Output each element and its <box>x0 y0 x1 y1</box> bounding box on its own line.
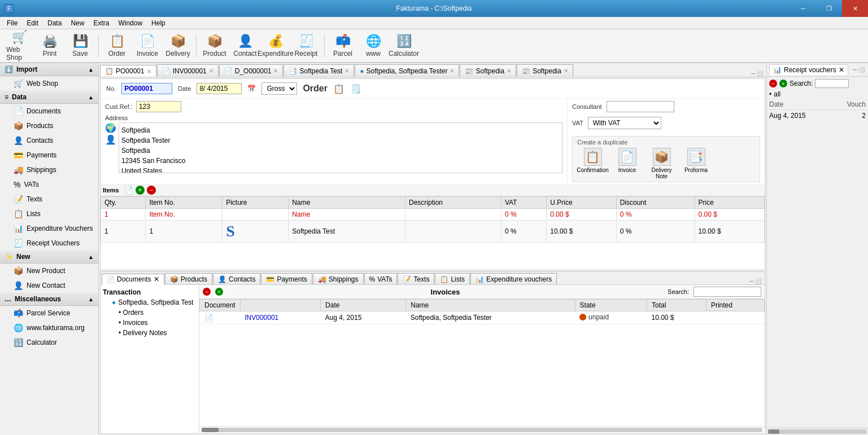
calendar-icon[interactable]: 📅 <box>247 85 256 93</box>
tab-do-close[interactable]: ✕ <box>273 68 278 74</box>
sidebar-item-expenditure-vouchers[interactable]: 📊 Expenditure Vouchers <box>0 221 98 236</box>
toolbar-invoice[interactable]: 📄 Invoice <box>133 31 162 60</box>
receipt-remove-btn[interactable]: − <box>769 80 777 87</box>
sidebar-item-documents[interactable]: 📄 Documents <box>0 104 98 118</box>
sidebar-item-receipt-vouchers[interactable]: 🧾 Receipt Vouchers <box>0 236 98 251</box>
tab-softpedia2[interactable]: 📰 Softpedia ✕ <box>517 64 573 77</box>
dup-delivery-btn[interactable]: 📦 Delivery Note <box>646 148 677 179</box>
receipt-row[interactable]: Aug 4, 2015 2 <box>769 111 866 120</box>
sidebar-item-vats[interactable]: % VATs <box>0 177 98 192</box>
custref-input[interactable] <box>136 101 181 112</box>
vat-select[interactable]: With VAT Without VAT Net <box>588 117 661 129</box>
table-row[interactable]: 1 Item No. Name 0 % 0.00 $ 0 % 0.00 $ <box>101 209 765 221</box>
receipt-vouchers-tab[interactable]: 📊 Receipt vouchers ✕ <box>769 64 848 75</box>
toolbar-webshop[interactable]: 🛒 Web Shop <box>5 31 34 60</box>
toolbar-parcel[interactable]: 📫 Parcel <box>328 31 357 60</box>
toolbar-contact[interactable]: 👤 Contact <box>230 31 260 60</box>
toolbar-order[interactable]: 📋 Order <box>102 31 132 60</box>
bottom-restore-icon[interactable]: ⬜ <box>754 278 761 284</box>
bottom-tab-docs-close[interactable]: ✕ <box>154 275 159 283</box>
bottom-tab-documents[interactable]: 📄 Documents ✕ <box>102 274 164 285</box>
receipt-add-btn[interactable]: + <box>779 80 787 87</box>
close-button[interactable]: ✕ <box>842 0 868 17</box>
bottom-tab-products[interactable]: 📦 Products <box>165 273 212 284</box>
tab-po00001-close[interactable]: ✕ <box>147 68 151 74</box>
dup-confirmation-btn[interactable]: 📋 Confirmation <box>577 148 608 179</box>
bottom-tab-vats[interactable]: % VATs <box>364 273 398 284</box>
bottom-minimize-icon[interactable]: ─ <box>749 278 753 284</box>
tabs-minimize-icon[interactable]: ─ <box>751 71 755 77</box>
add-item-btn[interactable]: + <box>136 186 145 195</box>
invoice-remove-btn[interactable]: − <box>203 288 211 296</box>
bottom-tab-texts[interactable]: 📝 Texts <box>398 273 434 284</box>
tab-inv000001[interactable]: 📄 INV000001 ✕ <box>157 64 219 77</box>
table-row[interactable]: 1 1 S Softpedia Test 0 % 10.00 $ <box>101 221 765 243</box>
sidebar-item-new-product[interactable]: 📦 New Product <box>0 263 98 278</box>
no-input[interactable] <box>121 83 172 94</box>
sidebar-item-products[interactable]: 📦 Products <box>0 118 98 133</box>
receipt-search-input[interactable] <box>815 79 849 88</box>
tab-sp-test-close[interactable]: ✕ <box>344 68 349 74</box>
bottom-tab-contacts[interactable]: 👤 Contacts <box>213 273 260 284</box>
sidebar-item-parcel[interactable]: 📫 Parcel Service <box>0 306 98 320</box>
invoice-add-btn[interactable]: + <box>215 288 223 296</box>
toolbar-product[interactable]: 📦 Product <box>200 31 229 60</box>
sidebar-item-contacts[interactable]: 👤 Contacts <box>0 133 98 148</box>
dup-invoice-btn[interactable]: 📄 Invoice <box>612 148 643 179</box>
toolbar-www[interactable]: 🌐 www <box>359 31 388 60</box>
sidebar-import-section[interactable]: ⬇️ Import ▲ <box>0 63 98 76</box>
tab-po00001[interactable]: 📋 PO00001 ✕ <box>100 65 156 77</box>
sidebar-item-lists[interactable]: 📋 Lists <box>0 206 98 221</box>
receipt-minimize-icon[interactable]: ─ <box>853 67 857 73</box>
receipt-restore-icon[interactable]: ⬜ <box>858 67 865 73</box>
receipt-tab-close[interactable]: ✕ <box>839 66 844 74</box>
toolbar-calculator[interactable]: 🔢 Calculator <box>389 31 418 60</box>
sidebar-item-payments[interactable]: 💳 Payments <box>0 148 98 162</box>
dup-proforma-btn[interactable]: 📑 Proforma <box>681 148 712 179</box>
remove-item-btn[interactable]: − <box>147 186 156 195</box>
bottom-tab-exp-vouchers[interactable]: 📊 Expenditure vouchers <box>470 273 557 284</box>
consultant-input[interactable] <box>607 101 674 112</box>
toolbar-expenditure[interactable]: 💰 Expenditure <box>261 31 290 60</box>
sidebar-data-section[interactable]: ≡ Data ▲ <box>0 91 98 104</box>
date-input[interactable] <box>197 83 242 94</box>
bottom-tab-lists[interactable]: 📋 Lists <box>435 273 470 284</box>
bottom-tab-shippings[interactable]: 🚚 Shippings <box>313 273 364 284</box>
gross-select[interactable]: Gross <box>261 82 297 95</box>
minimize-button[interactable]: ─ <box>790 0 816 17</box>
toolbar-print[interactable]: 🖨️ Print <box>35 31 64 60</box>
bottom-tab-payments[interactable]: 💳 Payments <box>261 273 312 284</box>
tab-sp1-close[interactable]: ✕ <box>507 68 511 74</box>
tab-sp-tester-close[interactable]: ✕ <box>450 68 454 74</box>
transaction-delivery-notes[interactable]: • Delivery Notes <box>103 328 197 338</box>
invoices-search-input[interactable] <box>693 287 761 297</box>
tab-sp2-close[interactable]: ✕ <box>564 68 568 74</box>
transaction-orders[interactable]: • Orders <box>103 307 197 318</box>
sidebar-item-texts[interactable]: 📝 Texts <box>0 192 98 206</box>
menu-extra[interactable]: Extra <box>89 18 114 28</box>
toolbar-delivery[interactable]: 📦 Delivery <box>163 31 193 60</box>
sidebar-item-calculator[interactable]: 🔢 Calculator <box>0 335 98 350</box>
menu-new[interactable]: New <box>66 18 89 28</box>
tab-do000001[interactable]: 📄 D_O000001 ✕ <box>219 64 283 77</box>
menu-file[interactable]: File <box>2 18 22 28</box>
tab-inv-close[interactable]: ✕ <box>209 68 213 74</box>
menu-window[interactable]: Window <box>114 18 147 28</box>
sidebar-item-www[interactable]: 🌐 www.fakturama.org <box>0 320 98 335</box>
sidebar-item-shippings[interactable]: 🚚 Shippings <box>0 162 98 177</box>
toolbar-save[interactable]: 💾 Save <box>66 31 95 60</box>
menu-help[interactable]: Help <box>147 18 170 28</box>
menu-data[interactable]: Data <box>43 18 66 28</box>
invoice-row[interactable]: 📄 INV000001 Aug 4, 2015 Softpedia, Softp… <box>200 311 765 324</box>
tab-softpedia-tester[interactable]: ● Softpedia, Softpedia Tester ✕ <box>355 64 459 77</box>
restore-button[interactable]: ❐ <box>816 0 842 17</box>
tab-softpedia-test[interactable]: 📑 Softpedia Test ✕ <box>283 64 354 77</box>
filter-all-label[interactable]: all <box>774 90 780 98</box>
sidebar-misc-section[interactable]: … Miscellaneous ▲ <box>0 293 98 306</box>
tab-softpedia1[interactable]: 📰 Softpedia ✕ <box>460 64 516 77</box>
sidebar-item-new-contact[interactable]: 👤 New Contact <box>0 278 98 293</box>
sidebar-item-webshop[interactable]: 🛒 Web Shop <box>0 76 98 91</box>
sidebar-new-section[interactable]: ✨ New ▲ <box>0 251 98 263</box>
menu-edit[interactable]: Edit <box>22 18 43 28</box>
transaction-invoices[interactable]: • Invoices <box>103 318 197 328</box>
